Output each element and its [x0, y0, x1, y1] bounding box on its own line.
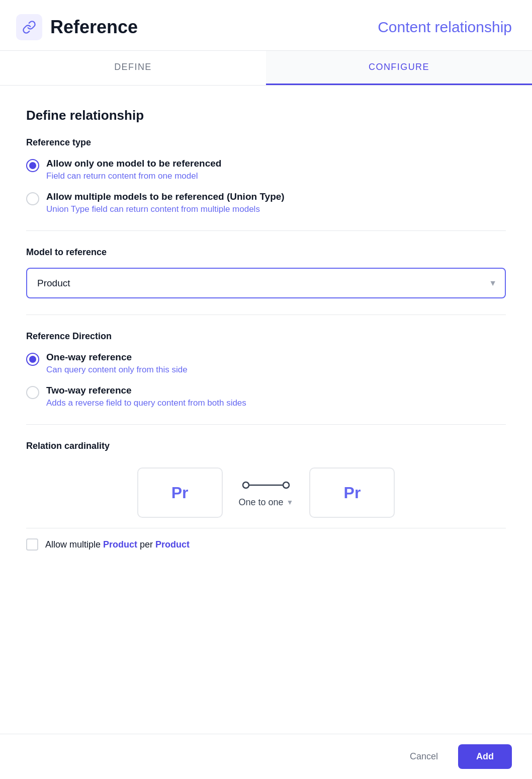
- radio-two-way-desc: Adds a reverse field to query content fr…: [46, 398, 246, 408]
- radio-one-way-desc: Can query content only from this side: [46, 365, 188, 375]
- divider-3: [26, 424, 506, 425]
- radio-single-model-indicator: [26, 159, 39, 172]
- radio-union-model-desc: Union Type field can return content from…: [46, 204, 285, 214]
- reference-type-label: Reference type: [26, 137, 506, 148]
- add-button[interactable]: Add: [458, 744, 512, 769]
- cardinality-right-box: Pr: [309, 468, 395, 518]
- tab-bar: DEFINE CONFIGURE: [0, 51, 532, 86]
- allow-multiple-middle: per: [137, 539, 155, 550]
- allow-multiple-product2: Product: [155, 539, 190, 550]
- allow-multiple-prefix: Allow multiple: [45, 539, 103, 550]
- cancel-button[interactable]: Cancel: [400, 745, 448, 768]
- tab-define[interactable]: DEFINE: [0, 51, 266, 85]
- cardinality-connector-icon: [241, 478, 291, 492]
- radio-two-way-indicator: [26, 386, 39, 399]
- divider-2: [26, 315, 506, 315]
- radio-single-model[interactable]: Allow only one model to be referenced Fi…: [26, 158, 506, 181]
- header-left: Reference: [16, 14, 138, 40]
- svg-point-2: [283, 482, 289, 488]
- radio-union-model-indicator: [26, 192, 39, 205]
- cardinality-type-selector[interactable]: One to one ▼: [239, 497, 294, 508]
- tab-configure[interactable]: CONFIGURE: [266, 51, 532, 85]
- footer: Cancel Add: [0, 734, 532, 779]
- header: Reference Content relationship: [0, 0, 532, 51]
- cardinality-label: Relation cardinality: [26, 441, 506, 451]
- radio-two-way[interactable]: Two-way reference Adds a reverse field t…: [26, 385, 506, 408]
- radio-one-way[interactable]: One-way reference Can query content only…: [26, 352, 506, 375]
- radio-two-way-label: Two-way reference: [46, 385, 246, 396]
- allow-multiple-product1: Product: [103, 539, 137, 550]
- content-type-label: Content relationship: [378, 19, 512, 36]
- reference-icon: [16, 14, 42, 40]
- divider-1: [26, 230, 506, 231]
- model-select-wrapper: Product Category Article ▼: [26, 268, 506, 298]
- reference-direction-label: Reference Direction: [26, 331, 506, 342]
- allow-multiple-checkbox[interactable]: [26, 538, 38, 551]
- allow-multiple-text: Allow multiple Product per Product: [45, 539, 190, 550]
- cardinality-center: One to one ▼: [239, 478, 294, 508]
- radio-union-model-label: Allow multiple models to be referenced (…: [46, 191, 285, 202]
- cardinality-section: Relation cardinality Pr One to one ▼ Pr: [26, 441, 506, 518]
- radio-single-model-desc: Field can return content from one model: [46, 171, 221, 181]
- cardinality-caret-icon: ▼: [287, 498, 294, 506]
- radio-union-model[interactable]: Allow multiple models to be referenced (…: [26, 191, 506, 214]
- page-title: Reference: [50, 17, 138, 38]
- radio-one-way-label: One-way reference: [46, 352, 188, 363]
- radio-single-model-label: Allow only one model to be referenced: [46, 158, 221, 169]
- cardinality-left-box: Pr: [137, 468, 223, 518]
- main-content: Define relationship Reference type Allow…: [0, 86, 532, 779]
- cardinality-type-label: One to one: [239, 497, 284, 508]
- model-to-reference-label: Model to reference: [26, 247, 506, 258]
- radio-one-way-indicator: [26, 353, 39, 366]
- allow-multiple-row[interactable]: Allow multiple Product per Product: [26, 528, 506, 561]
- cardinality-visual: Pr One to one ▼ Pr: [26, 468, 506, 518]
- section-title: Define relationship: [26, 108, 506, 123]
- model-select[interactable]: Product Category Article: [26, 268, 506, 298]
- svg-point-0: [243, 482, 249, 488]
